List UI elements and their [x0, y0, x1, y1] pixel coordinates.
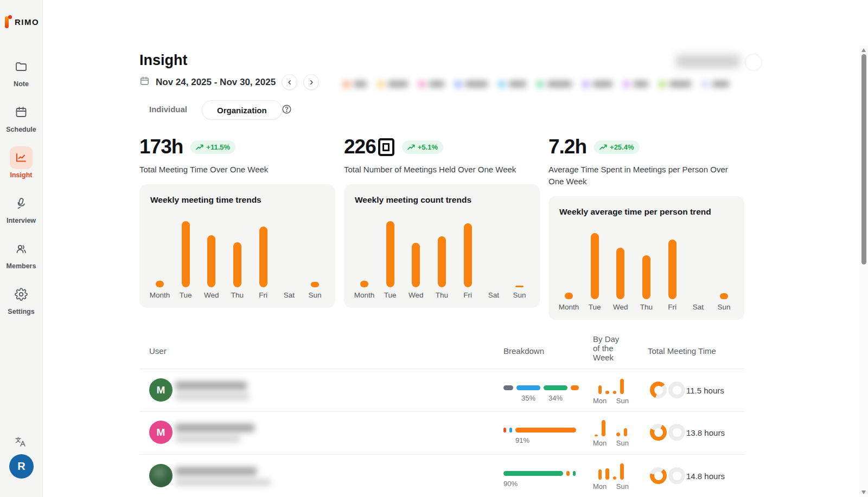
chart-column: Thu [225, 211, 250, 300]
breakdown-segment [503, 428, 506, 433]
sidebar-item-label: Members [7, 262, 36, 270]
bar-thu [642, 255, 650, 299]
help-icon[interactable] [282, 104, 292, 117]
day-bar [616, 433, 620, 436]
stat-total-meetings: 226 +5.1% Total Number of Meetings Held … [344, 135, 537, 176]
legend-chip[interactable] [582, 81, 612, 88]
day-bar [613, 476, 617, 480]
blurred-circle-button[interactable] [745, 54, 762, 71]
breakdown-segment [503, 385, 513, 390]
legend-dot [377, 81, 384, 88]
day-bar [620, 379, 624, 394]
sidebar-item-insight[interactable]: Insight [10, 146, 33, 179]
chart-column: Month [556, 223, 582, 312]
breakdown-percent: 91% [515, 436, 576, 444]
stat-value: 7.2h [548, 135, 586, 158]
legend-chip[interactable] [418, 81, 444, 88]
legend-blurred[interactable] [343, 76, 729, 92]
card-title: Weekly meeting time trends [150, 195, 261, 205]
trend-up-icon [599, 144, 607, 150]
user-avatar-letter: R [17, 460, 25, 473]
gear-icon [10, 283, 33, 306]
breakdown-segment [509, 428, 512, 433]
card-title: Weekly meeting count trends [355, 195, 471, 205]
sidebar-item-settings[interactable]: Settings [8, 283, 34, 315]
blurred-dropdown[interactable] [676, 55, 740, 68]
line-chart-icon [10, 146, 33, 169]
breakdown-percent [573, 480, 576, 488]
table-row[interactable]: M35%34%MonSun11.5 hours [139, 369, 744, 411]
chart-column: Tue [582, 223, 608, 312]
table-row[interactable]: 90%MonSun14.8 hours [139, 455, 744, 497]
donut-progress [650, 424, 667, 441]
day-bar [595, 435, 598, 436]
bar-sun [515, 286, 524, 287]
scroll-up-arrow[interactable] [861, 48, 866, 52]
legend-chip[interactable] [659, 81, 691, 88]
legend-chip[interactable] [701, 81, 729, 88]
bar-sun [720, 293, 728, 299]
delta-value: +11.5% [206, 143, 230, 151]
legend-chip[interactable] [537, 81, 572, 88]
legend-dot [498, 81, 505, 88]
next-week-button[interactable] [303, 74, 319, 90]
breakdown-segment [571, 385, 579, 390]
x-tick-label: Wed [613, 303, 628, 312]
legend-dot [418, 81, 425, 88]
kai-counter-glyph [378, 138, 394, 156]
sidebar-item-note[interactable]: Note [10, 55, 33, 88]
scroll-down-arrow[interactable] [861, 490, 866, 494]
sidebar-item-label: Interview [7, 217, 36, 224]
scrollbar-thumb[interactable] [861, 54, 866, 264]
legend-chip[interactable] [377, 81, 408, 88]
calendar-icon [10, 101, 33, 124]
x-tick-label: Month [354, 291, 375, 300]
day-bar [613, 391, 617, 394]
legend-chip[interactable] [623, 81, 648, 88]
x-tick-label: Tue [180, 291, 192, 300]
table-row[interactable]: M91%MonSun13.8 hours [139, 411, 744, 454]
card-weekly-count-trends: Weekly meeting count trends MonthTueWedT… [344, 184, 540, 308]
delta-value: +25.4% [610, 143, 634, 151]
rimo-logo-text: RIMO [15, 17, 39, 27]
rimo-logo[interactable]: RIMO [5, 15, 39, 28]
row-avatar: M [149, 421, 173, 444]
legend-dot [455, 81, 462, 88]
microphone-icon [10, 192, 33, 215]
x-tick-label: Month [150, 291, 170, 300]
bar-wed [412, 243, 420, 287]
breakdown-segment [566, 471, 570, 476]
card-weekly-time-trends: Weekly meeting time trends MonthTueWedTh… [139, 184, 335, 308]
stat-average-time: 7.2h +25.4% Average Time Spent in Meetin… [548, 135, 742, 188]
sidebar-item-interview[interactable]: Interview [7, 192, 36, 224]
sidebar-item-members[interactable]: Members [7, 237, 36, 270]
breakdown-percent [571, 394, 579, 402]
legend-chip[interactable] [343, 81, 367, 88]
legend-text-redacted [547, 81, 572, 87]
date-range-text[interactable]: Nov 24, 2025 - Nov 30, 2025 [156, 77, 276, 88]
legend-text-redacted [429, 81, 444, 87]
bar-thu [438, 236, 446, 287]
chart-column: Thu [634, 223, 659, 312]
bar-wed [616, 248, 624, 299]
donut-progress [650, 467, 667, 484]
breakdown-segment [516, 385, 540, 390]
x-tick-label: Month [559, 303, 579, 312]
user-avatar[interactable]: R [9, 454, 34, 479]
x-tick-label: Thu [231, 291, 244, 300]
col-header-user: User [149, 346, 167, 356]
tab-organization[interactable]: Organization [202, 100, 282, 120]
date-range-row: Nov 24, 2025 - Nov 30, 2025 [139, 74, 319, 90]
legend-chip[interactable] [498, 81, 526, 88]
x-tick-label: Thu [640, 303, 653, 312]
prev-week-button[interactable] [282, 74, 297, 90]
tab-individual[interactable]: Individual [149, 105, 187, 114]
legend-chip[interactable] [455, 81, 488, 88]
x-tick-label: Tue [589, 303, 601, 312]
breakdown-percent [566, 480, 570, 488]
chart-column: Wed [403, 211, 429, 300]
bar-chart-weekly-average: MonthTueWedThuFriSatSun [556, 223, 737, 312]
language-translate-icon[interactable] [14, 435, 28, 451]
breakdown-segment [503, 471, 563, 476]
sidebar-item-schedule[interactable]: Schedule [6, 101, 36, 133]
